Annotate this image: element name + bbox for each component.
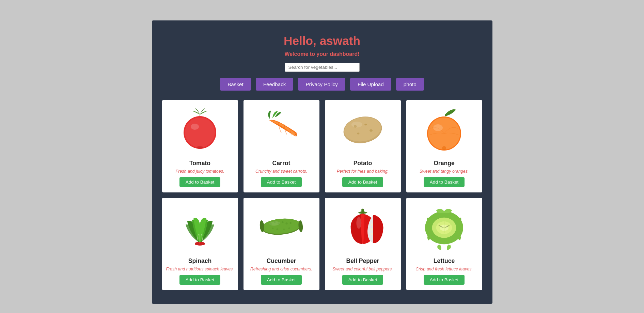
product-image-spinach <box>162 198 238 254</box>
product-card-cucumber: Cucumber Refreshing and crisp cucumbers.… <box>244 198 319 290</box>
svg-point-37 <box>371 223 373 225</box>
nav-fileupload-button[interactable]: File Upload <box>350 78 391 91</box>
product-name-carrot: Carrot <box>272 160 290 167</box>
product-card-bellpepper: Bell Pepper Sweet and colorful bell pepp… <box>325 198 401 290</box>
product-image-lettuce <box>406 198 482 254</box>
svg-point-30 <box>283 229 285 230</box>
product-image-carrot <box>244 100 319 156</box>
product-card-lettuce: Lettuce Crisp and fresh lettuce leaves. … <box>406 198 482 290</box>
product-card-orange: Orange Sweet and tangy oranges. Add to B… <box>406 100 482 192</box>
add-to-basket-potato[interactable]: Add to Basket <box>342 177 383 187</box>
product-name-orange: Orange <box>434 160 455 167</box>
product-desc-tomato: Fresh and juicy tomatoes. <box>173 169 227 174</box>
svg-point-36 <box>356 217 361 229</box>
page-subtitle: Welcome to your dashboard! <box>162 51 482 57</box>
add-to-basket-orange[interactable]: Add to Basket <box>424 177 465 187</box>
product-name-potato: Potato <box>354 160 372 167</box>
add-to-basket-spinach[interactable]: Add to Basket <box>179 275 221 285</box>
svg-point-4 <box>197 146 203 149</box>
add-to-basket-lettuce[interactable]: Add to Basket <box>424 275 465 285</box>
product-desc-potato: Perfect for fries and baking. <box>334 169 391 174</box>
product-desc-orange: Sweet and tangy oranges. <box>417 169 472 174</box>
search-input[interactable] <box>285 63 360 72</box>
nav-feedback-button[interactable]: Feedback <box>256 78 294 91</box>
svg-point-3 <box>191 124 199 130</box>
svg-point-11 <box>351 121 362 127</box>
nav-privacy-button[interactable]: Privacy Policy <box>298 78 345 91</box>
svg-point-2 <box>185 118 215 147</box>
svg-point-28 <box>272 227 274 229</box>
svg-point-9 <box>370 129 373 131</box>
svg-point-16 <box>433 124 443 131</box>
svg-point-27 <box>290 222 292 223</box>
product-name-lettuce: Lettuce <box>434 257 455 265</box>
add-to-basket-tomato[interactable]: Add to Basket <box>179 177 221 187</box>
products-grid: Tomato Fresh and juicy tomatoes. Add to … <box>162 100 482 290</box>
product-desc-lettuce: Crisp and fresh lettuce leaves. <box>413 267 475 271</box>
main-container: Hello, aswath Welcome to your dashboard!… <box>152 20 492 304</box>
product-desc-carrot: Crunchy and sweet carrots. <box>253 169 310 174</box>
nav-buttons: Basket Feedback Privacy Policy File Uplo… <box>162 78 482 91</box>
product-image-orange <box>406 100 482 156</box>
nav-basket-button[interactable]: Basket <box>220 78 251 91</box>
svg-point-17 <box>442 146 446 150</box>
product-name-spinach: Spinach <box>188 257 211 265</box>
product-card-potato: Potato Perfect for fries and baking. Add… <box>325 100 401 192</box>
svg-point-10 <box>357 132 359 134</box>
svg-point-29 <box>277 228 278 230</box>
svg-point-8 <box>364 124 367 125</box>
nav-photo-button[interactable]: photo <box>396 78 424 91</box>
page-title: Hello, aswath <box>162 34 482 48</box>
product-card-carrot: Carrot Crunchy and sweet carrots. Add to… <box>244 100 319 192</box>
product-desc-bellpepper: Sweet and colorful bell peppers. <box>330 267 395 271</box>
svg-point-25 <box>282 221 283 223</box>
search-row <box>162 63 482 72</box>
product-image-cucumber <box>244 198 319 254</box>
add-to-basket-bellpepper[interactable]: Add to Basket <box>342 275 383 285</box>
product-name-bellpepper: Bell Pepper <box>346 257 379 265</box>
svg-point-38 <box>371 228 373 230</box>
product-card-spinach: Spinach Fresh and nutritious spinach lea… <box>162 198 238 290</box>
product-image-bellpepper <box>325 198 401 254</box>
product-name-tomato: Tomato <box>189 160 210 167</box>
product-name-cucumber: Cucumber <box>266 257 296 265</box>
product-desc-spinach: Fresh and nutritious spinach leaves. <box>163 267 237 271</box>
product-card-tomato: Tomato Fresh and juicy tomatoes. Add to … <box>162 100 238 192</box>
add-to-basket-carrot[interactable]: Add to Basket <box>261 177 302 187</box>
product-image-potato <box>325 100 401 156</box>
svg-point-39 <box>371 233 373 235</box>
add-to-basket-cucumber[interactable]: Add to Basket <box>261 275 302 285</box>
product-image-tomato <box>162 100 238 156</box>
svg-point-26 <box>285 222 287 224</box>
product-desc-cucumber: Refreshing and crisp cucumbers. <box>248 267 315 271</box>
svg-point-31 <box>288 227 290 229</box>
